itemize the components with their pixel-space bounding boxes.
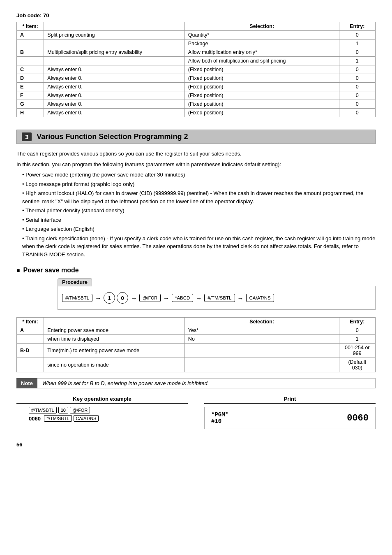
cell-item: D [17,74,44,83]
cell-item: E [17,83,44,91]
cell-desc: Always enter 0. [44,109,185,117]
print-title: Print [204,396,376,404]
col-header-blank [44,22,185,31]
note-box: Note When 999 is set for B to D, enterin… [16,378,376,388]
table-row: G Always enter 0. (Fixed position) 0 [17,100,376,109]
ps-col-sel: Selection: [184,318,339,326]
list-item: Power save mode (entering the power save… [22,171,376,179]
page-number: 56 [16,441,376,448]
key-1: 1 [104,292,115,304]
job-code: Job code: 70 [16,12,376,19]
list-item: Thermal printer density (standard densit… [22,207,376,215]
cell-sel: (Fixed position) [184,100,339,109]
feature-list: Power save mode (entering the power save… [22,171,376,258]
key-atfor: @/FOR [139,294,161,302]
procedure-diagram: #/TM/SBTL → 1 0 → @/FOR → *ABCD → #/TM/S… [58,286,376,310]
cell-desc: Multiplication/split pricing entry avail… [44,48,185,57]
table-row: F Always enter 0. (Fixed position) 0 [17,91,376,100]
table-row: Allow both of multiplication and split p… [17,57,376,65]
top-table: * Item: Selection: Entry: A Split pricin… [16,22,376,117]
kop-10: 10 [58,407,68,413]
section-number: 3 [22,132,32,141]
arrow-5: → [238,295,244,302]
cell-desc: Always enter 0. [44,74,185,83]
cell-item: G [17,100,44,109]
cell-sel: (Fixed position) [184,65,339,74]
ps-col-blank [44,318,185,326]
arrow-2: → [131,295,137,302]
cell-sel: (Fixed position) [184,91,339,100]
cell-entry: 0 [339,48,375,57]
cell-entry: 0 [339,100,375,109]
cell-item: F [17,91,44,100]
cell-sel: Yes* [184,326,339,335]
power-save-table: * Item: Selection: Entry: A Entering pow… [16,317,376,372]
print-line2: #10 [211,418,228,425]
arrow-3: → [163,295,169,302]
cell-entry: 0 [339,65,375,74]
cell-entry: 0 [339,31,375,39]
cell-sel: Quantity* [184,31,339,39]
cell-item: B-D [17,344,44,358]
col-header-item: * Item: [17,22,44,31]
print-left: *PGM* #10 [211,411,228,425]
cell-item [17,57,44,65]
cell-sel: Allow multiplication entry only* [184,48,339,57]
table-row: E Always enter 0. (Fixed position) 0 [17,83,376,91]
cell-item: A [17,31,44,39]
key-0: 0 [117,292,128,304]
key-operation: Key operation example #/TM/SBTL 10 @/FOR… [16,396,188,422]
key-htmsbtl-2: #/TM/SBTL [204,294,235,302]
table-row: B Multiplication/split pricing entry ava… [17,48,376,57]
kop-htmsbtl-1: #/TM/SBTL [29,407,57,413]
cell-item [17,358,44,372]
table-row: D Always enter 0. (Fixed position) 0 [17,74,376,83]
table-row: when time is displayed No 1 [17,335,376,344]
print-box: *PGM* #10 0060 [204,407,376,429]
cell-desc: Entering power save mode [44,326,185,335]
table-row: Package 1 [17,39,376,48]
cell-entry: 0 [339,326,375,335]
cell-desc: Time(min.) to entering power save mode [44,344,185,358]
list-item: High amount lockout (HALO) for cash in d… [22,189,376,205]
table-row: B-D Time(min.) to entering power save mo… [17,344,376,358]
key-op-row-2: 0060 #/TM/SBTL CA/AT/NS [29,415,99,422]
kop-atfor: @/FOR [70,407,90,413]
kop-htmsbtl-2: #/TM/SBTL [44,415,72,422]
cell-sel [184,358,339,372]
power-save-title: Power save mode [16,267,376,274]
cell-desc: since no operation is made [44,358,185,372]
intro-text: The cash register provides various optio… [16,150,376,168]
key-abcd: *ABCD [172,294,193,302]
table-row: A Split pricing counting Quantity* 0 [17,31,376,39]
cell-desc [44,57,185,65]
procedure-label: Procedure [58,278,92,286]
kop-0060: 0060 [29,416,41,422]
cell-desc: Split pricing counting [44,31,185,39]
list-item: Language selection (English) [22,225,376,233]
cell-sel: Allow both of multiplication and split p… [184,57,339,65]
cell-entry: 0 [339,91,375,100]
key-op-row-1: #/TM/SBTL 10 @/FOR [29,407,90,413]
list-item: Training clerk specification (none) - If… [22,235,376,259]
note-text: When 999 is set for B to D, entering int… [37,378,376,388]
list-item: Serial interface [22,216,376,224]
intro-paragraph: The cash register provides various optio… [16,150,376,158]
section-title: Various Function Selection Programming 2 [37,132,188,141]
cell-entry: 001-254 or 999 [339,344,375,358]
table-row: C Always enter 0. (Fixed position) 0 [17,65,376,74]
print-line1: *PGM* [211,411,228,418]
cell-entry: 0 [339,83,375,91]
col-header-entry: Entry: [339,22,375,31]
cell-entry: 0 [339,74,375,83]
cell-entry: 1 [339,57,375,65]
key-htmsbtl-1: #/TM/SBTL [62,294,92,302]
list-item: Logo message print format (graphic logo … [22,180,376,188]
cell-desc: when time is displayed [44,335,185,344]
cell-item: A [17,326,44,335]
cell-item [17,39,44,48]
table-row: since no operation is made (Default 030) [17,358,376,372]
key-op-content: #/TM/SBTL 10 @/FOR 0060 #/TM/SBTL CA/AT/… [16,407,188,422]
cell-item: H [17,109,44,117]
cell-entry: 0 [339,109,375,117]
